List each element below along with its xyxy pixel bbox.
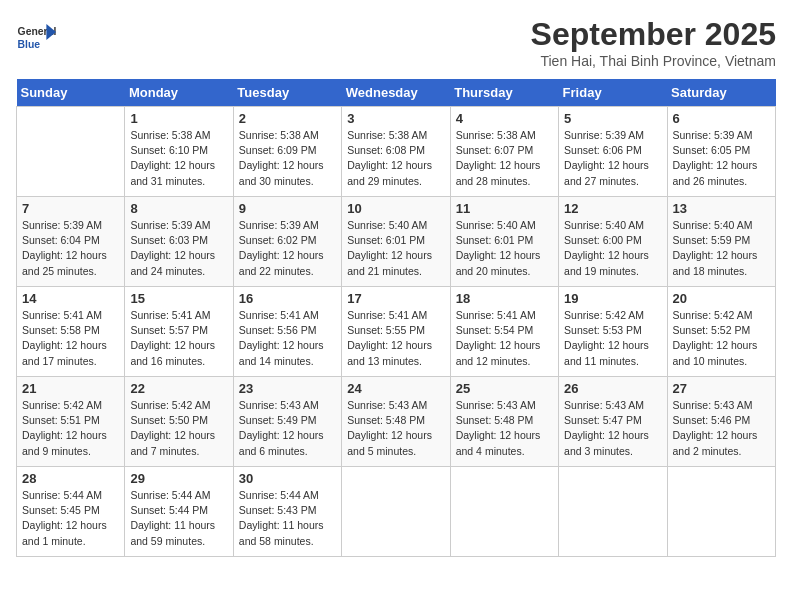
day-number: 27 — [673, 381, 770, 396]
day-info: Sunrise: 5:39 AM Sunset: 6:03 PM Dayligh… — [130, 218, 227, 279]
calendar-cell: 26Sunrise: 5:43 AM Sunset: 5:47 PM Dayli… — [559, 377, 667, 467]
calendar-cell: 5Sunrise: 5:39 AM Sunset: 6:06 PM Daylig… — [559, 107, 667, 197]
day-info: Sunrise: 5:38 AM Sunset: 6:08 PM Dayligh… — [347, 128, 444, 189]
day-info: Sunrise: 5:39 AM Sunset: 6:05 PM Dayligh… — [673, 128, 770, 189]
day-info: Sunrise: 5:41 AM Sunset: 5:57 PM Dayligh… — [130, 308, 227, 369]
calendar-cell — [342, 467, 450, 557]
svg-text:Blue: Blue — [18, 39, 41, 50]
day-info: Sunrise: 5:43 AM Sunset: 5:49 PM Dayligh… — [239, 398, 336, 459]
day-info: Sunrise: 5:44 AM Sunset: 5:44 PM Dayligh… — [130, 488, 227, 549]
calendar-cell: 11Sunrise: 5:40 AM Sunset: 6:01 PM Dayli… — [450, 197, 558, 287]
day-number: 13 — [673, 201, 770, 216]
day-number: 28 — [22, 471, 119, 486]
day-number: 19 — [564, 291, 661, 306]
calendar-cell: 29Sunrise: 5:44 AM Sunset: 5:44 PM Dayli… — [125, 467, 233, 557]
calendar-cell: 1Sunrise: 5:38 AM Sunset: 6:10 PM Daylig… — [125, 107, 233, 197]
day-number: 23 — [239, 381, 336, 396]
day-info: Sunrise: 5:41 AM Sunset: 5:56 PM Dayligh… — [239, 308, 336, 369]
calendar-cell: 14Sunrise: 5:41 AM Sunset: 5:58 PM Dayli… — [17, 287, 125, 377]
day-number: 14 — [22, 291, 119, 306]
day-info: Sunrise: 5:39 AM Sunset: 6:02 PM Dayligh… — [239, 218, 336, 279]
calendar-cell: 28Sunrise: 5:44 AM Sunset: 5:45 PM Dayli… — [17, 467, 125, 557]
day-number: 22 — [130, 381, 227, 396]
day-info: Sunrise: 5:43 AM Sunset: 5:47 PM Dayligh… — [564, 398, 661, 459]
day-number: 16 — [239, 291, 336, 306]
day-number: 10 — [347, 201, 444, 216]
day-info: Sunrise: 5:40 AM Sunset: 5:59 PM Dayligh… — [673, 218, 770, 279]
day-number: 4 — [456, 111, 553, 126]
calendar-cell: 18Sunrise: 5:41 AM Sunset: 5:54 PM Dayli… — [450, 287, 558, 377]
calendar-cell — [17, 107, 125, 197]
calendar-cell: 9Sunrise: 5:39 AM Sunset: 6:02 PM Daylig… — [233, 197, 341, 287]
day-info: Sunrise: 5:41 AM Sunset: 5:55 PM Dayligh… — [347, 308, 444, 369]
calendar-cell: 17Sunrise: 5:41 AM Sunset: 5:55 PM Dayli… — [342, 287, 450, 377]
day-number: 21 — [22, 381, 119, 396]
logo-icon: General Blue — [16, 16, 56, 56]
calendar-cell: 27Sunrise: 5:43 AM Sunset: 5:46 PM Dayli… — [667, 377, 775, 467]
calendar-week-row: 7Sunrise: 5:39 AM Sunset: 6:04 PM Daylig… — [17, 197, 776, 287]
day-info: Sunrise: 5:43 AM Sunset: 5:46 PM Dayligh… — [673, 398, 770, 459]
calendar-cell: 30Sunrise: 5:44 AM Sunset: 5:43 PM Dayli… — [233, 467, 341, 557]
weekday-header: Thursday — [450, 79, 558, 107]
calendar-week-row: 14Sunrise: 5:41 AM Sunset: 5:58 PM Dayli… — [17, 287, 776, 377]
page-header: General Blue September 2025 Tien Hai, Th… — [16, 16, 776, 69]
day-info: Sunrise: 5:39 AM Sunset: 6:04 PM Dayligh… — [22, 218, 119, 279]
calendar-cell: 15Sunrise: 5:41 AM Sunset: 5:57 PM Dayli… — [125, 287, 233, 377]
weekday-header-row: SundayMondayTuesdayWednesdayThursdayFrid… — [17, 79, 776, 107]
day-number: 2 — [239, 111, 336, 126]
day-number: 15 — [130, 291, 227, 306]
day-number: 7 — [22, 201, 119, 216]
day-number: 20 — [673, 291, 770, 306]
calendar-cell: 6Sunrise: 5:39 AM Sunset: 6:05 PM Daylig… — [667, 107, 775, 197]
weekday-header: Tuesday — [233, 79, 341, 107]
day-number: 17 — [347, 291, 444, 306]
day-number: 1 — [130, 111, 227, 126]
calendar-cell: 25Sunrise: 5:43 AM Sunset: 5:48 PM Dayli… — [450, 377, 558, 467]
calendar-week-row: 1Sunrise: 5:38 AM Sunset: 6:10 PM Daylig… — [17, 107, 776, 197]
calendar-cell: 13Sunrise: 5:40 AM Sunset: 5:59 PM Dayli… — [667, 197, 775, 287]
day-number: 30 — [239, 471, 336, 486]
title-block: September 2025 Tien Hai, Thai Binh Provi… — [531, 16, 776, 69]
day-info: Sunrise: 5:41 AM Sunset: 5:54 PM Dayligh… — [456, 308, 553, 369]
calendar-cell: 4Sunrise: 5:38 AM Sunset: 6:07 PM Daylig… — [450, 107, 558, 197]
calendar-cell: 24Sunrise: 5:43 AM Sunset: 5:48 PM Dayli… — [342, 377, 450, 467]
day-number: 12 — [564, 201, 661, 216]
day-info: Sunrise: 5:44 AM Sunset: 5:45 PM Dayligh… — [22, 488, 119, 549]
weekday-header: Friday — [559, 79, 667, 107]
calendar-cell: 10Sunrise: 5:40 AM Sunset: 6:01 PM Dayli… — [342, 197, 450, 287]
day-number: 5 — [564, 111, 661, 126]
calendar-cell: 23Sunrise: 5:43 AM Sunset: 5:49 PM Dayli… — [233, 377, 341, 467]
logo: General Blue — [16, 16, 60, 56]
day-info: Sunrise: 5:42 AM Sunset: 5:52 PM Dayligh… — [673, 308, 770, 369]
day-info: Sunrise: 5:38 AM Sunset: 6:10 PM Dayligh… — [130, 128, 227, 189]
day-number: 18 — [456, 291, 553, 306]
calendar-cell: 20Sunrise: 5:42 AM Sunset: 5:52 PM Dayli… — [667, 287, 775, 377]
calendar-week-row: 21Sunrise: 5:42 AM Sunset: 5:51 PM Dayli… — [17, 377, 776, 467]
day-info: Sunrise: 5:41 AM Sunset: 5:58 PM Dayligh… — [22, 308, 119, 369]
day-info: Sunrise: 5:40 AM Sunset: 6:00 PM Dayligh… — [564, 218, 661, 279]
calendar-cell — [450, 467, 558, 557]
day-number: 3 — [347, 111, 444, 126]
day-info: Sunrise: 5:40 AM Sunset: 6:01 PM Dayligh… — [456, 218, 553, 279]
day-number: 24 — [347, 381, 444, 396]
day-info: Sunrise: 5:43 AM Sunset: 5:48 PM Dayligh… — [456, 398, 553, 459]
weekday-header: Wednesday — [342, 79, 450, 107]
calendar-cell: 8Sunrise: 5:39 AM Sunset: 6:03 PM Daylig… — [125, 197, 233, 287]
day-info: Sunrise: 5:38 AM Sunset: 6:09 PM Dayligh… — [239, 128, 336, 189]
calendar-cell — [559, 467, 667, 557]
calendar-week-row: 28Sunrise: 5:44 AM Sunset: 5:45 PM Dayli… — [17, 467, 776, 557]
calendar-cell: 2Sunrise: 5:38 AM Sunset: 6:09 PM Daylig… — [233, 107, 341, 197]
calendar-table: SundayMondayTuesdayWednesdayThursdayFrid… — [16, 79, 776, 557]
day-info: Sunrise: 5:40 AM Sunset: 6:01 PM Dayligh… — [347, 218, 444, 279]
day-number: 9 — [239, 201, 336, 216]
calendar-cell: 3Sunrise: 5:38 AM Sunset: 6:08 PM Daylig… — [342, 107, 450, 197]
calendar-cell: 16Sunrise: 5:41 AM Sunset: 5:56 PM Dayli… — [233, 287, 341, 377]
weekday-header: Monday — [125, 79, 233, 107]
day-info: Sunrise: 5:44 AM Sunset: 5:43 PM Dayligh… — [239, 488, 336, 549]
day-number: 6 — [673, 111, 770, 126]
day-info: Sunrise: 5:42 AM Sunset: 5:51 PM Dayligh… — [22, 398, 119, 459]
day-number: 8 — [130, 201, 227, 216]
calendar-cell: 7Sunrise: 5:39 AM Sunset: 6:04 PM Daylig… — [17, 197, 125, 287]
day-number: 25 — [456, 381, 553, 396]
day-info: Sunrise: 5:42 AM Sunset: 5:50 PM Dayligh… — [130, 398, 227, 459]
